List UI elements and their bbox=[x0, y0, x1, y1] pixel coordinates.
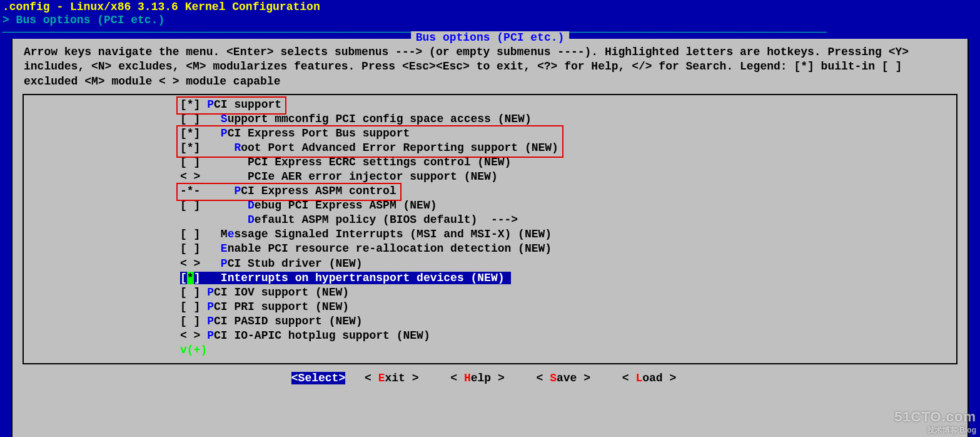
window-title: .config - Linux/x86 3.13.6 Kernel Config… bbox=[0, 0, 980, 14]
hotkey-letter: D bbox=[248, 213, 255, 226]
help-text: Arrow keys navigate the menu. <Enter> se… bbox=[21, 41, 959, 94]
load-button[interactable]: < Load > bbox=[610, 372, 689, 384]
menu-item[interactable]: [*] Root Port Advanced Error Reporting s… bbox=[24, 141, 956, 155]
menu-item[interactable]: [*] PCI Express Port Bus support bbox=[24, 126, 956, 141]
hotkey-letter: P bbox=[207, 315, 214, 327]
menu-item[interactable]: [ ] Enable PCI resource re-allocation de… bbox=[24, 242, 956, 256]
select-button[interactable]: <Select> bbox=[291, 372, 345, 384]
menu-item[interactable]: -*- PCI Express ASPM control bbox=[24, 184, 956, 198]
menu-item[interactable]: [ ] Debug PCI Express ASPM (NEW) bbox=[24, 198, 956, 213]
hotkey-letter: P bbox=[207, 301, 214, 313]
hotkey-letter: P bbox=[234, 185, 241, 197]
menu-item[interactable]: Default ASPM policy (BIOS default) ---> bbox=[24, 213, 956, 227]
exit-button[interactable]: < Exit > bbox=[352, 372, 431, 384]
scroll-down-indicator: v(+) bbox=[24, 343, 956, 357]
menu-list[interactable]: [*] PCI support[ ] Support mmconfig PCI … bbox=[23, 94, 957, 364]
menu-item[interactable]: < > PCI Stub driver (NEW) bbox=[24, 257, 956, 271]
menu-item[interactable]: [ ] PCI Express ECRC settings control (N… bbox=[24, 155, 956, 170]
breadcrumb-text: Bus options (PCI etc.) bbox=[16, 14, 165, 26]
hotkey-letter: P bbox=[221, 257, 228, 270]
main-panel: Bus options (PCI etc.) Arrow keys naviga… bbox=[11, 39, 969, 437]
menu-item[interactable]: [*] Interrupts on hypertransport devices… bbox=[24, 271, 956, 285]
menu-item[interactable]: < > PCIe AER error injector support (NEW… bbox=[24, 170, 956, 184]
save-button[interactable]: < Save > bbox=[524, 372, 603, 384]
breadcrumb-prefix: > bbox=[3, 14, 16, 26]
hotkey-letter: P bbox=[221, 127, 228, 140]
button-bar: <Select> < Exit > < Help > < Save > < Lo… bbox=[21, 364, 959, 384]
hotkey-letter: S bbox=[221, 113, 228, 125]
menu-item-text: [*] Interrupts on hypertransport devices… bbox=[180, 272, 511, 284]
hotkey-letter: P bbox=[207, 329, 214, 342]
hotkey-letter: R bbox=[234, 141, 241, 154]
menu-item[interactable]: < > PCI IO-APIC hotplug support (NEW) bbox=[24, 329, 956, 343]
watermark-sub: 技术博客 Blog bbox=[894, 425, 976, 436]
menu-item[interactable]: [ ] PCI PRI support (NEW) bbox=[24, 300, 956, 314]
hotkey-letter: E bbox=[221, 242, 228, 255]
hotkey-letter: P bbox=[207, 98, 214, 111]
menu-item[interactable]: [ ] PCI PASID support (NEW) bbox=[24, 314, 956, 329]
help-button[interactable]: < Help > bbox=[438, 372, 517, 384]
menu-item[interactable]: [ ] Support mmconfig PCI config space ac… bbox=[24, 112, 956, 126]
menu-item[interactable]: [ ] Message Signaled Interrupts (MSI and… bbox=[24, 227, 956, 242]
menu-item[interactable]: [*] PCI support bbox=[24, 98, 956, 112]
panel-title: Bus options (PCI etc.) bbox=[411, 31, 570, 44]
hotkey-letter: P bbox=[207, 286, 214, 299]
watermark: 51CTO.com 技术博客 Blog bbox=[894, 409, 976, 436]
watermark-main: 51CTO.com bbox=[894, 409, 976, 424]
menu-item[interactable]: [ ] PCI IOV support (NEW) bbox=[24, 285, 956, 300]
hotkey-letter: e bbox=[228, 228, 235, 240]
hotkey-letter: D bbox=[248, 199, 255, 212]
